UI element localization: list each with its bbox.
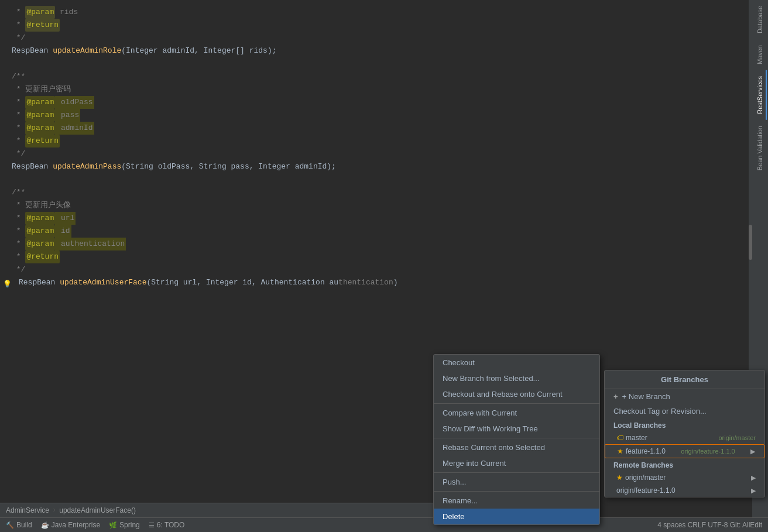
separator bbox=[434, 403, 599, 404]
code-line bbox=[0, 57, 752, 70]
code-line: * @param id bbox=[0, 225, 752, 238]
sidebar-tab-database[interactable]: Database bbox=[754, 0, 767, 39]
code-line: /** bbox=[0, 70, 752, 83]
separator bbox=[434, 472, 599, 473]
sidebar-tab-maven[interactable]: Maven bbox=[754, 39, 767, 70]
local-branches-header: Local Branches bbox=[605, 418, 764, 431]
plus-icon: + bbox=[613, 392, 618, 401]
context-menu-checkout[interactable]: Checkout bbox=[434, 355, 599, 370]
sidebar-tab-beanvalidation[interactable]: Bean Validation bbox=[754, 120, 767, 176]
code-line: * @return bbox=[0, 19, 752, 32]
context-menu-show-diff[interactable]: Show Diff with Working Tree bbox=[434, 421, 599, 437]
context-menu-rebase[interactable]: Rebase Current onto Selected bbox=[434, 440, 599, 455]
star-icon: ★ bbox=[617, 447, 623, 455]
new-branch-label: + New Branch bbox=[622, 392, 670, 401]
status-spring[interactable]: 🌿 Spring bbox=[109, 521, 140, 529]
todo-label: 6: TODO bbox=[157, 521, 185, 529]
build-icon: 🔨 bbox=[6, 521, 14, 529]
git-branches-title: Git Branches bbox=[605, 370, 764, 389]
branch-name: feature-1.1.0 bbox=[626, 447, 666, 455]
chevron-right-icon: ▶ bbox=[751, 487, 756, 495]
status-build[interactable]: 🔨 Build bbox=[6, 521, 32, 529]
code-line: * @return bbox=[0, 135, 752, 147]
code-line: * @param adminId bbox=[0, 122, 752, 135]
context-menu-merge[interactable]: Merge into Current bbox=[434, 455, 599, 471]
build-label: Build bbox=[16, 521, 32, 529]
new-branch-action[interactable]: + + New Branch bbox=[605, 389, 764, 404]
code-line: */ bbox=[0, 147, 752, 160]
status-java-enterprise[interactable]: ☕ Java Enterprise bbox=[41, 521, 100, 529]
enterprise-icon: ☕ bbox=[41, 521, 49, 529]
code-line: * @param authentication bbox=[0, 238, 752, 250]
star-icon: ★ bbox=[616, 473, 623, 482]
context-menu-push[interactable]: Push... bbox=[434, 474, 599, 490]
code-line: * @param url bbox=[0, 212, 752, 225]
enterprise-label: Java Enterprise bbox=[52, 521, 100, 529]
todo-icon: ☰ bbox=[149, 521, 155, 529]
breadcrumb-separator: › bbox=[52, 506, 56, 514]
code-line: * 更新用户密码 bbox=[0, 83, 752, 96]
code-line: * 更新用户头像 bbox=[0, 199, 752, 212]
remote-branches-header: Remote Branches bbox=[605, 458, 764, 471]
context-menu-checkout-rebase[interactable]: Checkout and Rebase onto Current bbox=[434, 386, 599, 402]
branch-left: ★ origin/master bbox=[616, 473, 666, 482]
git-branches-panel: Git Branches + + New Branch Checkout Tag… bbox=[604, 370, 765, 497]
branch-left: 🏷 master bbox=[616, 434, 647, 442]
context-menu: Checkout New Branch from Selected... Che… bbox=[433, 354, 600, 525]
context-menu-compare[interactable]: Compare with Current bbox=[434, 405, 599, 421]
tag-icon: 🏷 bbox=[616, 434, 623, 442]
chevron-right-icon: ▶ bbox=[750, 448, 755, 455]
separator bbox=[434, 491, 599, 492]
code-line: RespBean updateAdminPass(String oldPass,… bbox=[0, 160, 752, 173]
separator bbox=[434, 438, 599, 438]
branch-master[interactable]: 🏷 master origin/master bbox=[605, 431, 764, 444]
sidebar-tab-restservices[interactable]: RestServices bbox=[754, 70, 767, 120]
branch-feature[interactable]: ★ feature-1.1.0 origin/feature-1.1.0 ▶ bbox=[605, 444, 764, 458]
code-line: */ bbox=[0, 32, 752, 44]
branch-left: origin/feature-1.1.0 bbox=[616, 486, 676, 495]
chevron-right-icon: ▶ bbox=[751, 474, 756, 482]
code-line: * @param pass bbox=[0, 109, 752, 122]
context-menu-new-branch[interactable]: New Branch from Selected... bbox=[434, 370, 599, 386]
spring-label: Spring bbox=[119, 521, 140, 529]
context-menu-rename[interactable]: Rename... bbox=[434, 493, 599, 509]
branch-name: master bbox=[626, 434, 647, 442]
status-bar: 🔨 Build ☕ Java Enterprise 🌿 Spring ☰ 6: … bbox=[0, 517, 768, 532]
code-line: RespBean updateAdminRole(Integer adminId… bbox=[0, 44, 752, 57]
breadcrumb-class[interactable]: AdminService bbox=[6, 506, 49, 514]
code-line: 💡 RespBean updateAdminUserFace(String ur… bbox=[0, 276, 752, 289]
branch-tracking: origin/feature-1.1.0 bbox=[681, 448, 735, 455]
branch-origin-master[interactable]: ★ origin/master ▶ bbox=[605, 471, 764, 484]
code-line: * @return bbox=[0, 250, 752, 263]
code-line: * @param rids bbox=[0, 6, 752, 19]
breadcrumb-method[interactable]: updateAdminUserFace() bbox=[59, 506, 136, 514]
branch-origin-feature[interactable]: origin/feature-1.1.0 ▶ bbox=[605, 484, 764, 497]
branch-tracking: origin/master bbox=[718, 434, 756, 441]
context-menu-delete[interactable]: Delete bbox=[434, 509, 599, 524]
status-todo[interactable]: ☰ 6: TODO bbox=[149, 521, 185, 529]
code-line bbox=[0, 173, 752, 186]
code-line: * @param oldPass bbox=[0, 96, 752, 109]
code-line: */ bbox=[0, 263, 752, 276]
branch-name: origin/master bbox=[625, 473, 666, 482]
status-right-info: 4 spaces CRLF UTF-8 Git: AllEdit bbox=[657, 521, 762, 529]
branch-left: ★ feature-1.1.0 bbox=[617, 447, 666, 455]
code-editor: * @param rids * @return */ RespBean upda… bbox=[0, 0, 752, 375]
checkout-tag-action[interactable]: Checkout Tag or Revision... bbox=[605, 404, 764, 418]
code-line: /** bbox=[0, 186, 752, 199]
branch-name: origin/feature-1.1.0 bbox=[616, 486, 676, 495]
spring-icon: 🌿 bbox=[109, 521, 117, 529]
checkout-tag-label: Checkout Tag or Revision... bbox=[613, 407, 707, 416]
